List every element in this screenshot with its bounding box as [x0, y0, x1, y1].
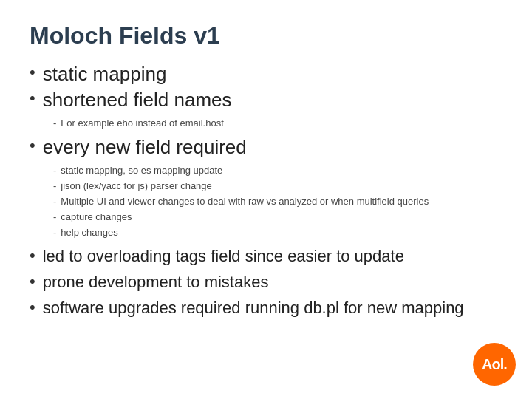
sub-bullet-jison: - jison (lex/yacc for js) parser change	[53, 179, 502, 194]
sub-bullet-static-mapping-text: static mapping, so es mapping update	[61, 163, 222, 179]
sub-bullet-multiple-ui-text: Multiple UI and viewer changes to deal w…	[61, 194, 429, 210]
bullet-dot-4: •	[30, 246, 35, 265]
sub-bullet-multiple-ui: - Multiple UI and viewer changes to deal…	[53, 194, 502, 210]
bullet-software-text: software upgrades required running db.pl…	[43, 298, 464, 319]
bullet-dot-1: •	[30, 63, 35, 82]
sub-bullet-jison-text: jison (lex/yacc for js) parser change	[61, 179, 211, 194]
bullet-shortened-text: shortened field names	[43, 89, 232, 112]
bullet-prone-text: prone development to mistakes	[43, 272, 269, 293]
sub-bullet-help: - help changes	[53, 225, 502, 241]
bullet-dot-3: •	[30, 136, 35, 155]
sub-bullets-every-new-field: - static mapping, so es mapping update -…	[53, 163, 502, 240]
bullet-shortened-field-names: • shortened field names	[30, 89, 502, 112]
bullet-prone: • prone development to mistakes	[30, 272, 502, 293]
bullet-every-new-field-text: every new field required	[43, 136, 247, 159]
sub-bullet-static-mapping: - static mapping, so es mapping update	[53, 163, 502, 179]
bullet-overloading-text: led to overloading tags field since easi…	[43, 246, 404, 267]
aol-logo: Aol.	[473, 343, 516, 386]
bullet-dot-5: •	[30, 272, 35, 291]
slide-title: Moloch Fields v1	[30, 22, 502, 50]
bullet-software: • software upgrades required running db.…	[30, 298, 502, 319]
aol-logo-text: Aol.	[482, 356, 507, 373]
sub-bullet-capture: - capture changes	[53, 210, 502, 225]
sub-bullet-help-text: help changes	[61, 225, 117, 241]
sub-bullet-capture-text: capture changes	[61, 210, 132, 225]
bullet-dot-6: •	[30, 298, 35, 317]
bullet-static-mapping-text: static mapping	[43, 63, 167, 86]
sub-bullet-eho: - For example eho instead of email.host	[53, 116, 502, 132]
bullet-every-new-field: • every new field required	[30, 136, 502, 159]
sub-bullet-eho-text: For example eho instead of email.host	[61, 116, 223, 132]
bullet-overloading: • led to overloading tags field since ea…	[30, 246, 502, 267]
bullet-static-mapping: • static mapping	[30, 63, 502, 86]
slide: Moloch Fields v1 • static mapping • shor…	[0, 0, 532, 399]
bullet-dot-2: •	[30, 89, 35, 108]
sub-bullets-shortened: - For example eho instead of email.host	[53, 116, 502, 132]
